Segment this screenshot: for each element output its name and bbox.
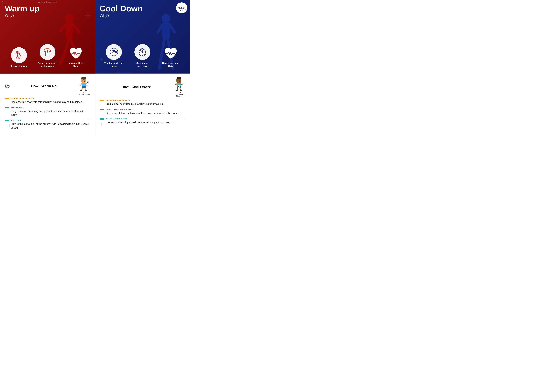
icon-prevent-injury: Prevent injury <box>8 47 30 68</box>
think-game-label: Think about your game <box>103 62 125 68</box>
icon-brain: Gets you focused on the game <box>37 44 58 68</box>
warmup-cat-2-name: STRETCHING <box>11 107 24 109</box>
icon-heart-cooldown: Decrease Heart Rate <box>160 46 182 68</box>
copyright: © <box>2 1 3 3</box>
svg-rect-1 <box>66 23 73 38</box>
heart-icon-cooldown <box>163 46 179 62</box>
heart-icon-warmup <box>68 46 84 62</box>
icon-think-game: Think about your game <box>103 44 125 68</box>
cooldown-section-title: How I Cool Down! <box>100 85 173 89</box>
svg-line-3 <box>60 25 66 31</box>
cooldown-cat-1: DECREASE HEART RATE I reduce my heart ra… <box>100 100 185 106</box>
warmup-ball-icon: ⚽ <box>5 84 10 88</box>
icon-heart-warmup: Increase Heart Rate <box>65 46 87 68</box>
heart-rate-warmup-label: Increase Heart Rate <box>65 62 87 68</box>
warmup-title: Warm up <box>5 4 90 13</box>
brain-label: Gets you focused on the game <box>37 62 58 68</box>
warmup-section-title: How I Warm Up! <box>11 84 78 88</box>
warmup-cat-2-label-row: STRETCHING <box>5 107 90 109</box>
cooldown-info-panel: + + + How I Cool Down! <box>95 73 190 135</box>
cooldown-section-header: How I Cool Down! <box>100 77 185 97</box>
cooldown-icons-row: Think about your game <box>100 44 185 69</box>
speeds-recovery-label: Speeds up recovery <box>131 62 153 68</box>
warmup-cat-2: STRETCHING Did you know, stretching is i… <box>5 107 90 117</box>
cooldown-cat-2-label-row: THINK ABOUT YOUR GAME <box>100 109 185 110</box>
greg-mascot-area: Greg Cool Down Mascot <box>172 77 185 97</box>
cooldown-cat-3-name: SPEED UP RECOVERY <box>106 118 128 120</box>
svg-point-62 <box>177 80 178 81</box>
warmup-cat-3-bar <box>5 120 9 121</box>
svg-point-63 <box>179 80 180 81</box>
cooldown-cat-2: THINK ABOUT YOUR GAME Give yourself time… <box>100 109 185 115</box>
svg-line-65 <box>181 84 183 85</box>
cooldown-title: Cool Down <box>100 4 185 13</box>
svg-line-13 <box>17 57 19 58</box>
cooldown-cat-3-bar <box>100 118 104 120</box>
soccer-ball-icon <box>106 44 122 60</box>
greg-name: Greg Cool Down Mascot <box>172 92 185 97</box>
svg-point-48 <box>82 80 83 81</box>
svg-point-8 <box>16 51 19 53</box>
sam-mascot-area: Sam Warm up mascot <box>78 77 90 95</box>
svg-line-2 <box>73 25 79 32</box>
svg-point-49 <box>84 80 85 81</box>
svg-line-64 <box>175 84 177 85</box>
warmup-info-panel: + + + ⚽ How I Warm Up! <box>0 73 95 135</box>
decrease-heart-label: Decrease Heart Rate <box>160 62 182 68</box>
warmup-cat-1-bar <box>5 98 9 99</box>
warmup-icons-row: Prevent injury Gets you focused on the <box>5 44 90 69</box>
warmup-cat-1: INCREASE HEART RATE I increase my heart … <box>5 98 90 104</box>
svg-line-50 <box>80 84 82 86</box>
warmup-title-block: Warm up Why? <box>5 4 90 18</box>
svg-line-22 <box>170 25 175 32</box>
svg-text:®: ® <box>185 9 186 10</box>
svg-rect-21 <box>162 23 170 38</box>
logo-area: THE COACHING MANUAL ® <box>176 2 187 14</box>
svg-text:THE: THE <box>181 5 183 6</box>
cooldown-cat-2-name: THINK ABOUT YOUR GAME <box>106 109 132 110</box>
svg-point-47 <box>81 77 86 79</box>
warmup-subtitle: Why? <box>5 13 90 18</box>
warm-up-hero: © www.thecoachingmanual.com + + Warm up … <box>0 0 95 73</box>
sam-name: Sam Warm up mascot <box>78 92 90 95</box>
cooldown-cat-1-label-row: DECREASE HEART RATE <box>100 100 185 101</box>
svg-text:COACHING: COACHING <box>178 6 186 8</box>
cooldown-cat-2-text: Give yourself time to think about how yo… <box>100 111 185 115</box>
cooldown-subtitle: Why? <box>100 13 185 18</box>
prevent-injury-icon <box>11 47 27 63</box>
cooldown-cat-3-label-row: SPEED UP RECOVERY <box>100 118 185 120</box>
icon-speeds-recovery: Speeds up recovery <box>131 44 153 68</box>
warmup-cat-1-name: INCREASE HEART RATE <box>11 98 34 100</box>
cooldown-cat-1-text: I reduce my heart rate by slow running a… <box>100 102 185 106</box>
warmup-cat-1-text: I increase my heart rate through running… <box>5 100 90 104</box>
warmup-cat-3: FOCUSING I like to think about all of th… <box>5 120 90 129</box>
warmup-section-header: ⚽ How I Warm Up! <box>5 77 90 95</box>
prevent-injury-label: Prevent injury <box>11 65 27 68</box>
cooldown-cat-2-bar <box>100 109 104 110</box>
brain-icon <box>40 44 55 60</box>
svg-line-23 <box>158 25 162 32</box>
watermark: www.thecoachingmanual.com <box>37 1 58 3</box>
cooldown-cat-3: SPEED UP RECOVERY Use static stretching … <box>100 118 185 124</box>
svg-text:MANUAL: MANUAL <box>179 8 185 9</box>
cool-down-hero: THE COACHING MANUAL ® + + <box>95 0 190 73</box>
warmup-cat-2-bar <box>5 107 9 108</box>
warmup-cat-1-label-row: INCREASE HEART RATE <box>5 98 90 100</box>
bottom-section: + + + ⚽ How I Warm Up! <box>0 73 190 135</box>
cooldown-cat-1-name: DECREASE HEART RATE <box>106 100 130 101</box>
stopwatch-icon <box>134 44 150 60</box>
warmup-cat-2-text: Did you know, stretching is important be… <box>5 110 90 117</box>
cooldown-cat-1-bar <box>100 100 104 101</box>
cooldown-title-block: Cool Down Why? <box>100 4 185 18</box>
warmup-cat-3-label-row: FOCUSING <box>5 120 90 121</box>
cooldown-cat-3-text: Use static stretching to reduce soreness… <box>100 121 185 124</box>
svg-point-61 <box>176 77 181 79</box>
warmup-cat-3-name: FOCUSING <box>11 120 21 121</box>
warmup-cat-3-text: I like to think about all of the great t… <box>5 122 90 129</box>
